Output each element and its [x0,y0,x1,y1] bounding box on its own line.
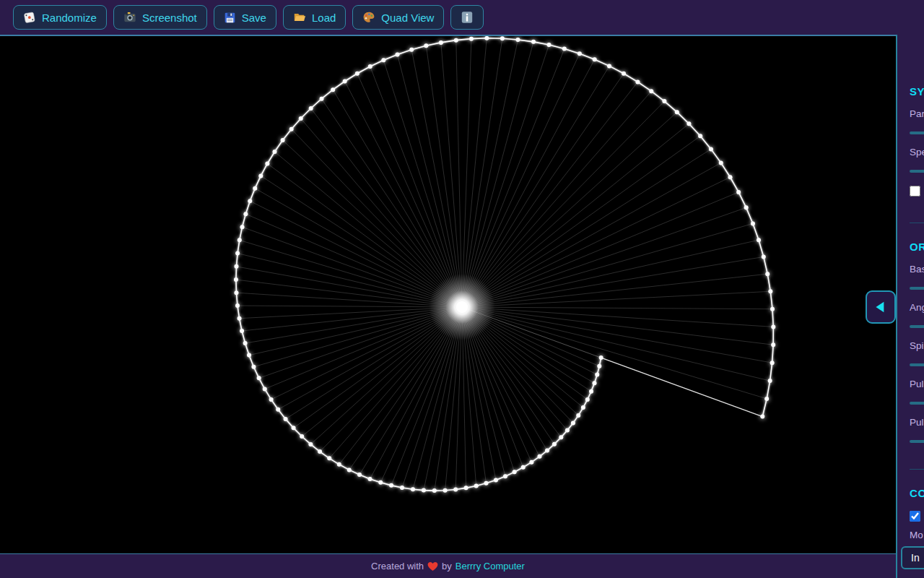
app-root: Randomize Screenshot Save [0,0,924,578]
dice-icon [23,11,36,24]
save-label: Save [242,12,266,24]
section-divider [910,469,924,470]
quad-view-label: Quad View [381,12,434,24]
param-slider[interactable] [910,131,924,134]
param-label: Par [910,109,924,119]
param-slider[interactable] [910,363,924,366]
settings-sidebar: SY Par Spe OR Bas Ang Spi Pul Pul CO Mo … [896,35,924,578]
section-divider [910,223,924,223]
info-icon [461,11,474,24]
screenshot-label: Screenshot [142,12,197,24]
save-button[interactable]: Save [214,5,276,30]
load-label: Load [312,12,336,24]
param-label: Pul [910,418,924,428]
footer-text: by [442,561,452,571]
param-slider[interactable] [910,440,924,443]
section-heading-2: OR [910,241,924,253]
canvas-area [0,35,896,553]
info-button[interactable] [450,5,484,30]
footer: Created with by Berrry Computer [0,553,896,578]
collapse-arrow-icon [873,299,889,315]
mode-select[interactable]: In [901,546,924,569]
param-slider[interactable] [910,325,924,328]
screenshot-button[interactable]: Screenshot [113,5,207,30]
param-slider[interactable] [910,287,924,290]
randomize-button[interactable]: Randomize [13,5,107,30]
sidebar-collapse-button[interactable] [866,290,896,324]
section-heading-1: SY [910,85,924,98]
toolbar: Randomize Screenshot Save [0,0,924,35]
toggle-checkbox[interactable] [910,511,920,522]
param-label: Pul [910,379,924,389]
param-slider[interactable] [910,170,924,173]
camera-icon [123,11,136,24]
param-slider[interactable] [910,402,924,405]
param-label: Spe [910,147,924,158]
palette-icon [362,11,375,24]
toggle-checkbox[interactable] [910,186,920,197]
quad-view-button[interactable]: Quad View [352,5,444,30]
param-label: Spi [910,341,924,351]
floppy-icon [224,12,236,24]
folder-icon [293,11,306,24]
param-label: Bas [910,264,924,275]
spiral-canvas[interactable] [0,36,896,553]
param-label: Ang [910,303,924,313]
load-button[interactable]: Load [283,5,346,30]
footer-text: Created with [371,561,424,571]
footer-link[interactable]: Berrry Computer [456,561,525,571]
section-heading-3: CO [910,487,924,499]
heart-icon [427,561,438,571]
mode-label: Mo [910,530,924,540]
randomize-label: Randomize [42,12,97,24]
